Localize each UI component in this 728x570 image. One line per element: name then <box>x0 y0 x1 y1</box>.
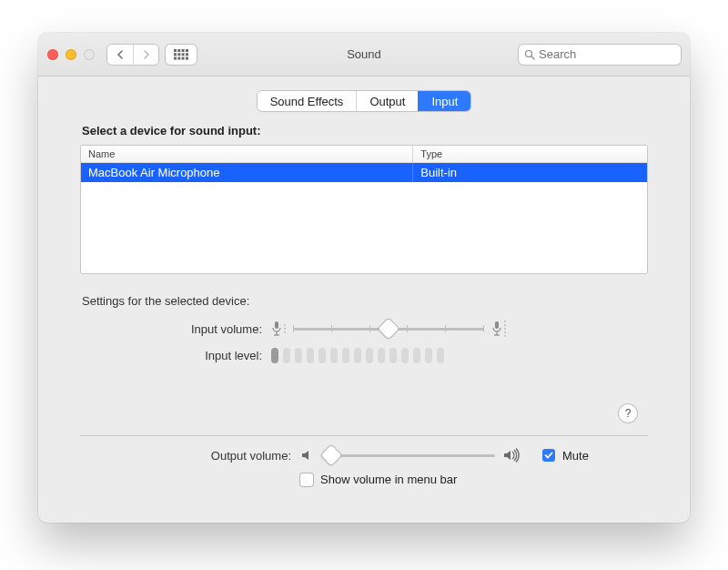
level-segment <box>354 348 361 363</box>
microphone-high-icon <box>491 321 506 337</box>
minimize-window-button[interactable] <box>66 49 76 60</box>
input-volume-row: Input volume: <box>80 321 648 337</box>
level-segment <box>307 348 314 363</box>
window-controls <box>47 49 95 60</box>
svg-rect-8 <box>174 56 177 59</box>
back-button[interactable] <box>107 45 133 65</box>
input-level-meter <box>271 348 444 363</box>
chevron-left-icon <box>116 50 124 59</box>
mute-label: Mute <box>562 449 589 463</box>
table-empty-area[interactable] <box>81 182 647 273</box>
output-volume-label: Output volume: <box>109 449 300 463</box>
show-all-prefs-button[interactable] <box>166 45 197 65</box>
svg-rect-0 <box>174 49 177 52</box>
svg-rect-7 <box>186 53 188 56</box>
level-segment <box>271 348 278 363</box>
svg-rect-2 <box>182 49 185 52</box>
svg-rect-17 <box>495 321 499 329</box>
svg-rect-14 <box>275 321 278 329</box>
input-volume-label: Input volume: <box>80 322 271 336</box>
tab-output[interactable]: Output <box>356 91 418 111</box>
svg-rect-3 <box>186 49 188 52</box>
divider <box>80 435 648 436</box>
search-icon <box>524 49 535 60</box>
column-name[interactable]: Name <box>81 146 412 162</box>
zoom-window-button[interactable] <box>84 49 95 60</box>
settings-heading: Settings for the selected device: <box>82 294 648 308</box>
show-in-menu-bar-row: Show volume in menu bar <box>109 473 619 486</box>
show-in-menu-bar-checkbox[interactable] <box>300 473 313 486</box>
svg-rect-6 <box>182 53 185 56</box>
grid-icon <box>174 49 188 60</box>
table-row[interactable]: MacBook Air Microphone Built-in <box>81 163 647 182</box>
mute-checkbox[interactable] <box>542 449 555 462</box>
svg-line-13 <box>531 56 534 59</box>
level-segment <box>378 348 385 363</box>
tab-input[interactable]: Input <box>418 91 470 111</box>
svg-rect-9 <box>177 56 180 59</box>
level-segment <box>401 348 409 363</box>
tabs-row: Sound Effects Output Input <box>38 76 690 124</box>
speaker-low-icon <box>300 448 315 463</box>
search-input[interactable] <box>535 46 675 62</box>
output-volume-slider[interactable] <box>322 447 495 463</box>
level-segment <box>366 348 373 363</box>
nav-back-forward <box>107 45 158 65</box>
level-segment <box>437 348 444 363</box>
input-pane: Select a device for sound input: Name Ty… <box>38 124 690 363</box>
close-window-button[interactable] <box>47 49 58 60</box>
svg-rect-11 <box>186 56 188 59</box>
help-button[interactable]: ? <box>619 404 637 422</box>
global-volume-section: Output volume: Mu <box>38 447 690 486</box>
titlebar: Sound <box>38 33 690 76</box>
input-volume-slider[interactable] <box>293 321 484 337</box>
level-segment <box>389 348 397 363</box>
select-device-heading: Select a device for sound input: <box>82 124 648 137</box>
input-level-label: Input level: <box>80 349 271 362</box>
table-header: Name Type <box>81 146 647 163</box>
level-segment <box>318 348 326 363</box>
level-segment <box>425 348 432 363</box>
level-segment <box>342 348 349 363</box>
level-segment <box>330 348 338 363</box>
chevron-right-icon <box>143 50 150 59</box>
output-volume-row: Output volume: Mu <box>109 447 619 463</box>
device-name: MacBook Air Microphone <box>81 163 412 182</box>
tab-sound-effects[interactable]: Sound Effects <box>258 91 357 111</box>
input-level-row: Input level: <box>80 348 648 363</box>
input-devices-table: Name Type MacBook Air Microphone Built-i… <box>80 145 648 274</box>
sound-preferences-window: Sound Sound Effects Output Input Select … <box>38 33 690 523</box>
svg-rect-10 <box>182 56 185 59</box>
level-segment <box>283 348 290 363</box>
slider-thumb[interactable] <box>379 319 399 340</box>
svg-rect-1 <box>177 49 180 52</box>
show-in-menu-bar-label: Show volume in menu bar <box>320 473 457 486</box>
search-field-wrapper[interactable] <box>519 45 681 65</box>
level-segment <box>295 348 302 363</box>
microphone-low-icon <box>271 321 286 337</box>
sound-tabs: Sound Effects Output Input <box>258 91 471 111</box>
svg-rect-5 <box>177 53 180 56</box>
device-type: Built-in <box>412 163 647 182</box>
svg-rect-4 <box>174 53 177 56</box>
forward-button[interactable] <box>133 45 158 65</box>
level-segment <box>413 348 420 363</box>
column-type[interactable]: Type <box>412 146 647 162</box>
slider-thumb[interactable] <box>320 445 341 466</box>
speaker-high-icon <box>502 448 522 463</box>
svg-point-12 <box>526 50 532 56</box>
